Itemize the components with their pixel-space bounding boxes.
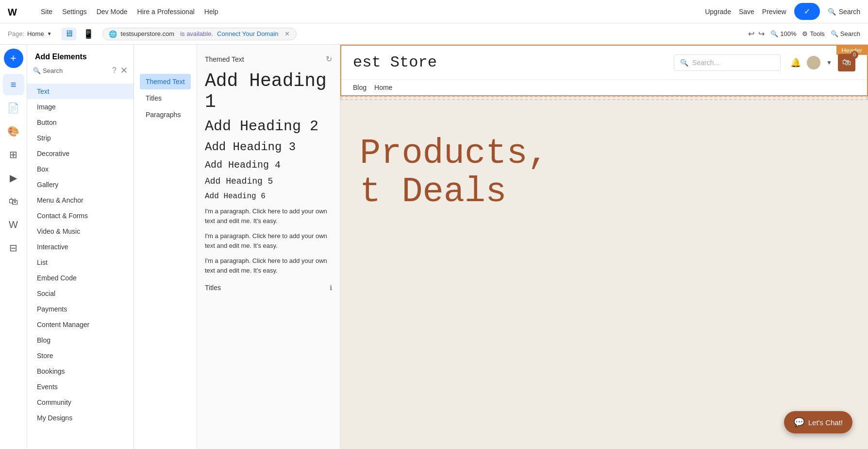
avatar: [807, 56, 820, 69]
nav-settings[interactable]: Settings: [62, 8, 87, 16]
themed-text-panel: Themed Text Titles Paragraphs: [134, 45, 197, 449]
paragraph-2-item[interactable]: I'm a paragraph. Click here to add your …: [197, 228, 340, 253]
refresh-icon[interactable]: ↻: [326, 54, 332, 64]
element-events[interactable]: Events: [27, 379, 134, 395]
themed-text-item[interactable]: Themed Text: [140, 74, 191, 89]
element-box[interactable]: Box: [27, 161, 134, 177]
element-community[interactable]: Community: [27, 395, 134, 410]
section-divider: [340, 96, 868, 100]
sidebar-icon-wix-app[interactable]: W: [3, 214, 24, 235]
nav-hire-professional[interactable]: Hire a Professional: [137, 8, 195, 16]
chat-icon: 💬: [794, 417, 804, 428]
panel-search-button[interactable]: 🔍 Search: [33, 67, 63, 74]
element-blog[interactable]: Blog: [27, 332, 134, 348]
nav-home[interactable]: Home: [374, 84, 392, 91]
element-strip[interactable]: Strip: [27, 130, 134, 146]
sidebar-icon-menu[interactable]: ≡: [3, 74, 24, 95]
desktop-view-button[interactable]: 🖥: [62, 28, 76, 40]
element-button[interactable]: Button: [27, 115, 134, 130]
domain-bar: 🌐 testsuperstore.com is available. Conne…: [102, 28, 297, 40]
element-image[interactable]: Image: [27, 99, 134, 115]
bell-icon[interactable]: 🔔: [790, 57, 801, 68]
element-content-manager[interactable]: Content Manager: [27, 317, 134, 332]
sidebar-icon-themes[interactable]: 🎨: [3, 121, 24, 142]
paragraph-3-item[interactable]: I'm a paragraph. Click here to add your …: [197, 253, 340, 278]
close-icon[interactable]: ✕: [120, 65, 128, 76]
preview-button[interactable]: Preview: [762, 8, 786, 16]
chat-button[interactable]: 💬 Let's Chat!: [784, 411, 852, 433]
publish-button[interactable]: ✓: [794, 3, 820, 20]
sidebar-icon-apps[interactable]: ⊞: [3, 144, 24, 165]
paragraph-1-item[interactable]: I'm a paragraph. Click here to add your …: [197, 204, 340, 228]
heading-3-text: Add Heading 3: [205, 140, 296, 154]
paragraphs-item[interactable]: Paragraphs: [140, 107, 191, 122]
element-interactive[interactable]: Interactive: [27, 239, 134, 255]
help-icon[interactable]: ?: [112, 66, 117, 75]
upgrade-button[interactable]: Upgrade: [705, 8, 731, 16]
element-store[interactable]: Store: [27, 348, 134, 363]
titles-label: Titles: [205, 284, 221, 292]
mobile-view-button[interactable]: 📱: [80, 28, 97, 40]
heading-2-item[interactable]: Add Heading 2: [197, 115, 340, 138]
zoom-control[interactable]: 🔍 100%: [770, 30, 796, 37]
domain-text: testsuperstore.com: [121, 30, 175, 37]
heading-3-item[interactable]: Add Heading 3: [197, 138, 340, 156]
search-icon: 🔍: [680, 59, 688, 67]
close-icon[interactable]: ✕: [284, 30, 290, 37]
info-icon[interactable]: ℹ: [330, 284, 332, 292]
element-my-designs[interactable]: My Designs: [27, 410, 134, 426]
top-bar-right: Upgrade Save Preview ✓ 🔍 Search: [705, 3, 860, 20]
heading-4-item[interactable]: Add Heading 4: [197, 156, 340, 173]
page-name: Home: [27, 30, 44, 37]
nav-blog[interactable]: Blog: [353, 84, 367, 91]
nav-help[interactable]: Help: [204, 8, 218, 16]
sidebar-icon-layers[interactable]: ⊟: [3, 237, 24, 259]
nav-dev-mode[interactable]: Dev Mode: [97, 8, 128, 16]
sidebar-icon-store[interactable]: 🛍: [3, 190, 24, 212]
page-label-text: Page:: [8, 30, 24, 37]
page-selector[interactable]: Page: Home ▼: [8, 30, 52, 37]
element-bookings[interactable]: Bookings: [27, 363, 134, 379]
header-nav: Blog Home: [341, 79, 867, 95]
element-contact-forms[interactable]: Contact & Forms: [27, 208, 134, 224]
cart-icon[interactable]: 🛍 0: [838, 54, 855, 71]
heading-6-text: Add Heading 6: [205, 192, 266, 201]
store-name: est Store: [353, 53, 664, 71]
sidebar-icon-pages[interactable]: 📄: [3, 97, 24, 119]
svg-text:W: W: [8, 7, 17, 17]
top-search-button[interactable]: 🔍 Search: [828, 8, 860, 16]
element-gallery[interactable]: Gallery: [27, 177, 134, 192]
sidebar-icon-media[interactable]: ▶: [3, 167, 24, 189]
hero-section: Products, t Deals: [340, 100, 868, 246]
panel-search-row: 🔍 Search ? ✕: [27, 65, 134, 82]
add-elements-button[interactable]: +: [4, 49, 23, 68]
device-switcher: 🖥 📱: [62, 28, 97, 40]
tools-button[interactable]: ⚙ Tools: [802, 30, 824, 37]
element-menu-anchor[interactable]: Menu & Anchor: [27, 192, 134, 208]
hero-text-line1: Products,: [360, 135, 849, 173]
chevron-down-icon[interactable]: ▼: [826, 59, 832, 66]
search-placeholder: Search...: [692, 59, 719, 67]
redo-button[interactable]: ↪: [758, 29, 765, 38]
heading-4-text: Add Heading 4: [205, 159, 281, 171]
element-list[interactable]: List: [27, 255, 134, 270]
connect-domain-link[interactable]: Connect Your Domain: [217, 30, 278, 37]
element-social[interactable]: Social: [27, 286, 134, 301]
undo-button[interactable]: ↩: [748, 29, 754, 38]
heading-1-item[interactable]: Add Heading 1: [197, 68, 340, 115]
element-text[interactable]: Text: [27, 84, 134, 99]
nav-site[interactable]: Site: [41, 8, 52, 16]
element-embed-code[interactable]: Embed Code: [27, 270, 134, 286]
cart-badge: 0: [851, 51, 858, 59]
panel-title: Add Elements: [35, 52, 87, 61]
heading-5-item[interactable]: Add Heading 5: [197, 173, 340, 189]
element-payments[interactable]: Payments: [27, 301, 134, 317]
titles-item[interactable]: Titles: [140, 90, 191, 106]
header-search-box[interactable]: 🔍 Search...: [674, 54, 781, 71]
search-button[interactable]: 🔍 Search: [831, 30, 860, 37]
heading-6-item[interactable]: Add Heading 6: [197, 189, 340, 204]
element-decorative[interactable]: Decorative: [27, 146, 134, 161]
save-button[interactable]: Save: [739, 8, 754, 16]
element-video-music[interactable]: Video & Music: [27, 224, 134, 239]
top-menu-bar: W Site Settings Dev Mode Hire a Professi…: [0, 0, 868, 23]
